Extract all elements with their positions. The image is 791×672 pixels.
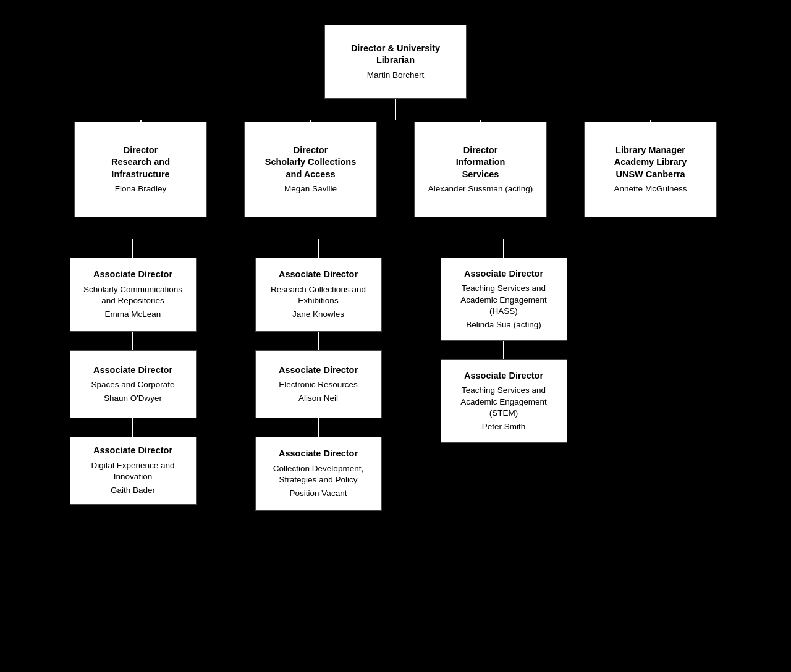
l3-title-3-1: Associate Director xyxy=(464,268,543,280)
l2-title-1: DirectorResearch and Infrastructure xyxy=(83,145,198,181)
l2-col-3: DirectorInformationServices Alexander Su… xyxy=(396,120,565,217)
l3-section: Associate Director Scholarly Communicati… xyxy=(56,239,735,511)
l3-group-2: Associate Director Research Collections … xyxy=(241,239,396,511)
l3-sub-1-1: Scholarly Communications and Repositorie… xyxy=(79,284,187,306)
l3-name-3-1: Belinda Sua (acting) xyxy=(466,319,541,330)
l3-group-1: Associate Director Scholarly Communicati… xyxy=(56,239,210,505)
l3-sub-1-3: Digital Experience and Innovation xyxy=(79,460,187,482)
l3-2-3-vline xyxy=(318,418,319,437)
l2-name-2: Megan Saville xyxy=(284,183,337,195)
l3-item-1-3: Associate Director Digital Experience an… xyxy=(70,418,197,505)
l2-col-4: Library ManagerAcademy LibraryUNSW Canbe… xyxy=(565,120,735,217)
l2-name-4: Annette McGuiness xyxy=(614,183,687,195)
l2-name-3: Alexander Sussman (acting) xyxy=(428,183,533,195)
l3-item-3-2: Associate Director Teaching Services and… xyxy=(441,341,567,443)
l3-sub-3-1: Teaching Services and Academic Engagemen… xyxy=(450,283,558,317)
l3-item-2-2: Associate Director Electronic Resources … xyxy=(255,332,382,418)
l3-3-1-vline xyxy=(503,239,504,258)
l3-item-1-1: Associate Director Scholarly Communicati… xyxy=(70,239,197,332)
l3-1-1-vline xyxy=(132,239,133,258)
l3-title-1-2: Associate Director xyxy=(93,364,172,377)
l3-sub-2-3: Collection Development, Strategies and P… xyxy=(264,463,373,485)
l3-node-3-1: Associate Director Teaching Services and… xyxy=(441,258,567,341)
l2-node-1: DirectorResearch and Infrastructure Fion… xyxy=(74,122,207,217)
l3-node-1-3: Associate Director Digital Experience an… xyxy=(70,437,197,505)
l3-name-1-2: Shaun O'Dwyer xyxy=(104,393,162,404)
l2-col-2: DirectorScholarly Collectionsand Access … xyxy=(226,120,396,217)
l3-item-2-3: Associate Director Collection Developmen… xyxy=(255,418,382,511)
l3-node-2-2: Associate Director Electronic Resources … xyxy=(255,350,382,418)
l3-node-1-2: Associate Director Spaces and Corporate … xyxy=(70,350,197,418)
l3-sub-3-2: Teaching Services and Academic Engagemen… xyxy=(450,385,558,419)
l3-1-2-vline xyxy=(132,332,133,350)
l3-2-2-vline xyxy=(318,332,319,350)
org-chart: Director & University Librarian Martin B… xyxy=(12,12,779,523)
l3-group-3: Associate Director Teaching Services and… xyxy=(426,239,581,443)
l2-node-3: DirectorInformationServices Alexander Su… xyxy=(414,122,547,217)
l3-title-2-1: Associate Director xyxy=(279,269,358,281)
l3-node-3-2: Associate Director Teaching Services and… xyxy=(441,359,567,443)
l3-title-3-2: Associate Director xyxy=(464,370,543,382)
l3-title-2-2: Associate Director xyxy=(279,364,358,377)
l3-title-1-3: Associate Director xyxy=(93,445,172,457)
l3-node-2-3: Associate Director Collection Developmen… xyxy=(255,437,382,511)
l2-node-2: DirectorScholarly Collectionsand Access … xyxy=(244,122,377,217)
l3-node-1-1: Associate Director Scholarly Communicati… xyxy=(70,258,197,332)
l3-name-2-1: Jane Knowles xyxy=(292,309,344,320)
l2-section: DirectorResearch and Infrastructure Fion… xyxy=(25,120,766,217)
l2-title-2: DirectorScholarly Collectionsand Access xyxy=(265,145,356,181)
l3-sub-1-2: Spaces and Corporate xyxy=(91,379,174,390)
l3-item-1-2: Associate Director Spaces and Corporate … xyxy=(70,332,197,418)
l3-sub-2-1: Research Collections and Exhibitions xyxy=(264,284,373,306)
l3-item-3-1: Associate Director Teaching Services and… xyxy=(441,239,567,341)
l3-item-2-1: Associate Director Research Collections … xyxy=(255,239,382,332)
l3-title-2-3: Associate Director xyxy=(279,448,358,460)
l2-name-1: Fiona Bradley xyxy=(115,183,166,195)
l2-title-4: Library ManagerAcademy LibraryUNSW Canbe… xyxy=(614,145,687,181)
top-node: Director & University Librarian Martin B… xyxy=(324,25,467,99)
l3-name-2-2: Alison Neil xyxy=(298,393,338,404)
l3-name-1-3: Gaith Bader xyxy=(111,485,155,496)
l3-name-1-1: Emma McLean xyxy=(105,309,161,320)
l3-name-2-3: Position Vacant xyxy=(290,488,347,499)
l3-2-1-vline xyxy=(318,239,319,258)
l3-1-3-vline xyxy=(132,418,133,437)
l3-sub-2-2: Electronic Resources xyxy=(279,379,358,390)
l3-node-2-1: Associate Director Research Collections … xyxy=(255,258,382,332)
top-node-wrap: Director & University Librarian Martin B… xyxy=(324,25,467,120)
l2-row-container: DirectorResearch and Infrastructure Fion… xyxy=(56,120,735,217)
l3-name-3-2: Peter Smith xyxy=(482,421,526,432)
chart-container: Director & University Librarian Martin B… xyxy=(25,25,766,511)
top-vline xyxy=(395,99,396,120)
l2-col-1: DirectorResearch and Infrastructure Fion… xyxy=(56,120,226,217)
l2-title-3: DirectorInformationServices xyxy=(456,145,505,181)
l3-title-1-1: Associate Director xyxy=(93,269,172,281)
top-name: Martin Borchert xyxy=(367,70,424,81)
top-title: Director & University Librarian xyxy=(334,43,457,67)
l3-3-2-vline xyxy=(503,341,504,359)
l2-node-4: Library ManagerAcademy LibraryUNSW Canbe… xyxy=(584,122,717,217)
